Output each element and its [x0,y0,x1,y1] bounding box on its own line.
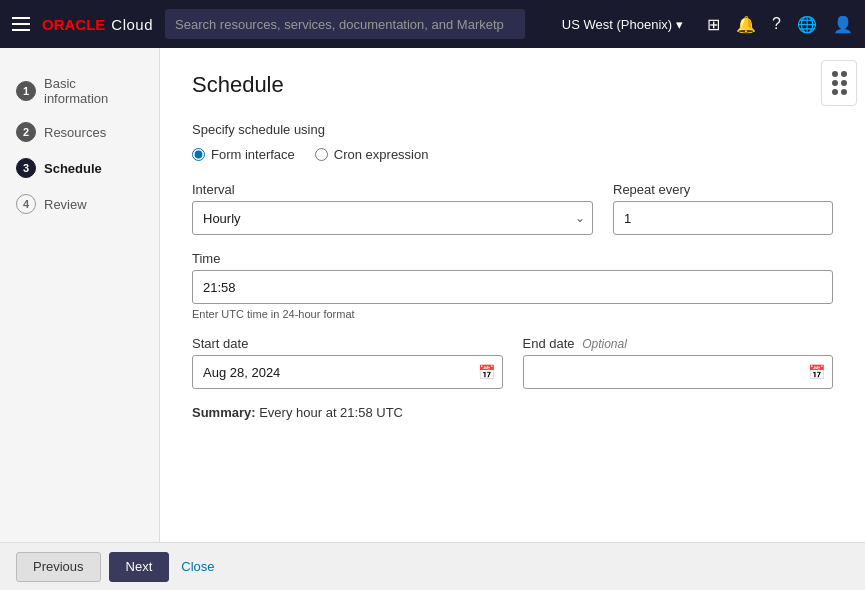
schedule-type-radio-group: Form interface Cron expression [192,147,833,162]
main-content: Schedule Specify schedule using Form int… [160,48,865,590]
close-button[interactable]: Close [177,559,218,574]
radio-form-input[interactable] [192,148,205,161]
interval-select-wrapper: Hourly Daily Weekly Monthly ⌄ [192,201,593,235]
hamburger-menu[interactable] [12,17,30,31]
cloud-wordmark: Cloud [111,16,153,33]
summary-value: Every hour at 21:58 UTC [256,405,403,420]
help-icon[interactable]: ? [772,15,781,33]
date-row: Start date 📅 End date Optional 📅 [192,336,833,389]
sidebar-item-label-4: Review [44,197,87,212]
start-date-input-wrapper: 📅 [192,355,503,389]
user-icon[interactable]: 👤 [833,15,853,34]
repeat-every-label: Repeat every [613,182,833,197]
end-date-label: End date Optional [523,336,834,351]
help-panel[interactable] [821,60,857,106]
bell-icon[interactable]: 🔔 [736,15,756,34]
time-label: Time [192,251,833,266]
sidebar-item-label-2: Resources [44,125,106,140]
sidebar-item-resources[interactable]: 2 Resources [0,114,159,150]
globe-icon[interactable]: 🌐 [797,15,817,34]
time-hint: Enter UTC time in 24-hour format [192,308,833,320]
end-date-input[interactable] [523,355,834,389]
grid-icon[interactable]: ⊞ [707,15,720,34]
bottom-bar: Previous Next Close [0,542,865,590]
interval-select[interactable]: Hourly Daily Weekly Monthly [192,201,593,235]
interval-row: Interval Hourly Daily Weekly Monthly ⌄ R… [192,182,833,235]
global-search-input[interactable] [165,9,525,39]
repeat-every-input[interactable] [613,201,833,235]
help-panel-dots [828,67,851,99]
end-date-input-wrapper: 📅 [523,355,834,389]
region-selector[interactable]: US West (Phoenix) ▾ [562,17,683,32]
sidebar-item-basic-information[interactable]: 1 Basic information [0,68,159,114]
time-group: Time [192,251,833,304]
sidebar-item-schedule[interactable]: 3 Schedule [0,150,159,186]
section-heading: Schedule [192,72,833,98]
main-container: 1 Basic information 2 Resources 3 Schedu… [0,48,865,590]
step-1-indicator: 1 [16,81,36,101]
end-date-group: End date Optional 📅 [523,336,834,389]
time-input[interactable] [192,270,833,304]
end-date-calendar-icon[interactable]: 📅 [808,364,825,380]
step-3-indicator: 3 [16,158,36,178]
radio-form-interface[interactable]: Form interface [192,147,295,162]
top-navigation: ORACLE Cloud US West (Phoenix) ▾ ⊞ 🔔 ? 🌐… [0,0,865,48]
start-date-calendar-icon[interactable]: 📅 [478,364,495,380]
radio-cron-label: Cron expression [334,147,429,162]
region-label: US West (Phoenix) [562,17,672,32]
start-date-group: Start date 📅 [192,336,503,389]
sidebar-item-label-3: Schedule [44,161,102,176]
sidebar-item-label-1: Basic information [44,76,143,106]
start-date-input[interactable] [192,355,503,389]
sidebar: 1 Basic information 2 Resources 3 Schedu… [0,48,160,590]
sidebar-item-review[interactable]: 4 Review [0,186,159,222]
radio-cron-expression[interactable]: Cron expression [315,147,429,162]
specify-label: Specify schedule using [192,122,833,137]
end-date-optional: Optional [582,337,627,351]
repeat-every-group: Repeat every [613,182,833,235]
oracle-logo: ORACLE Cloud [42,16,153,33]
nav-icons: ⊞ 🔔 ? 🌐 👤 [707,15,853,34]
next-button[interactable]: Next [109,552,170,582]
chevron-down-icon: ▾ [676,17,683,32]
interval-group: Interval Hourly Daily Weekly Monthly ⌄ [192,182,593,235]
start-date-label: Start date [192,336,503,351]
interval-label: Interval [192,182,593,197]
previous-button[interactable]: Previous [16,552,101,582]
radio-cron-input[interactable] [315,148,328,161]
step-2-indicator: 2 [16,122,36,142]
summary-label: Summary: [192,405,256,420]
summary-row: Summary: Every hour at 21:58 UTC [192,405,833,420]
step-4-indicator: 4 [16,194,36,214]
radio-form-label: Form interface [211,147,295,162]
oracle-wordmark: ORACLE [42,16,105,33]
